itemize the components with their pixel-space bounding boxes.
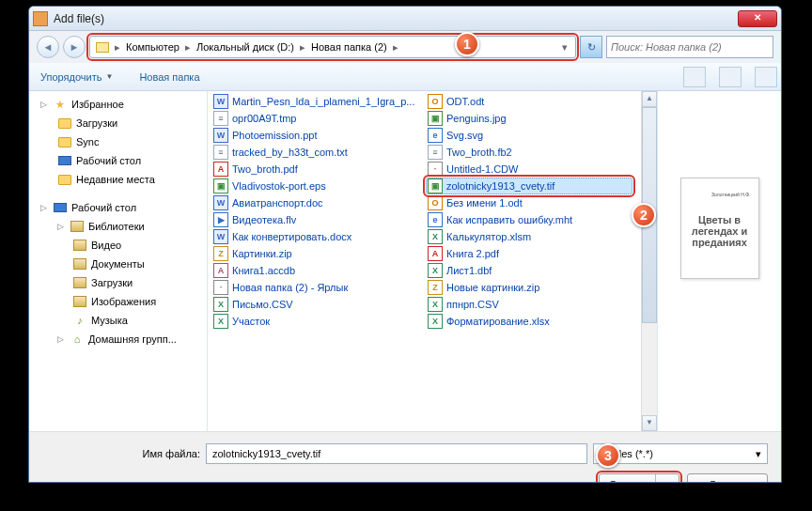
file-item[interactable]: ▶Видеотека.flv (211, 211, 418, 228)
nav-sync[interactable]: Sync (29, 132, 207, 151)
nav-downloads[interactable]: Загрузки (29, 114, 207, 132)
breadcrumb-seg[interactable]: Новая папка (2) (307, 41, 391, 53)
preview-pane-button[interactable] (719, 67, 742, 87)
file-name: Форматирование.xlsx (446, 316, 550, 327)
file-item[interactable]: XКалькулятор.xlsm (426, 228, 632, 245)
back-button[interactable]: ◄ (37, 36, 59, 58)
chevron-down-icon: ▼ (105, 72, 113, 81)
file-item[interactable]: WКак конвертировать.docx (211, 228, 418, 245)
address-bar[interactable]: ▸ Компьютер▸ Локальный диск (D:)▸ Новая … (89, 36, 576, 58)
file-column: OODT.odt▣Penguins.jpgeSvg.svg≡Two_broth.… (422, 91, 636, 431)
annotation-1: 1 (455, 32, 479, 56)
file-item[interactable]: AКнига 2.pdf (426, 245, 632, 262)
folder-icon (72, 275, 87, 290)
file-item[interactable]: WMartin_Pesn_lda_i_plameni_1_Igra_p... (211, 93, 418, 110)
file-item[interactable]: ≡tracked_by_h33t_com.txt (211, 144, 418, 161)
open-button[interactable]: Открыть▼ (599, 473, 679, 483)
file-icon: W (213, 195, 228, 210)
preview-pane: Золотницкий Н.Ф. Цветы в легендах и пред… (657, 91, 781, 431)
chevron-down-icon: ▼ (655, 474, 669, 483)
file-item[interactable]: ·Untitled-1.CDW (426, 161, 632, 178)
file-item[interactable]: WPhotoemission.ppt (211, 127, 418, 144)
nav-documents[interactable]: Документы (29, 255, 207, 273)
file-name: tracked_by_h33t_com.txt (232, 147, 348, 158)
file-icon: W (213, 229, 228, 244)
breadcrumb-seg[interactable]: Компьютер (122, 41, 183, 53)
nav-music[interactable]: ♪Музыка (29, 311, 207, 330)
nav-downloads2[interactable]: Загрузки (29, 273, 207, 292)
nav-video[interactable]: Видео (29, 236, 207, 255)
file-icon: e (428, 128, 443, 143)
file-item[interactable]: ▣zolotnicky1913_cvety.tif (426, 178, 632, 194)
file-item[interactable]: XУчасток (211, 313, 418, 330)
file-item[interactable]: eSvg.svg (426, 127, 632, 144)
file-name: Книга 2.pdf (446, 248, 499, 259)
file-icon: e (428, 212, 443, 227)
file-item[interactable]: ZНовые картинки.zip (426, 279, 632, 296)
chevron-right-icon: ▸ (115, 41, 120, 54)
view-options-button[interactable] (683, 67, 706, 87)
help-button[interactable] (755, 67, 777, 87)
address-dropdown[interactable]: ▾ (556, 41, 573, 54)
filename-input[interactable] (206, 443, 587, 464)
refresh-button[interactable]: ↻ (580, 36, 602, 58)
file-item[interactable]: Xппнрп.CSV (426, 296, 632, 313)
file-icon: O (428, 195, 443, 210)
nav-recent[interactable]: Недавние места (29, 170, 207, 189)
file-name: Svg.svg (446, 130, 483, 141)
file-item[interactable]: eКак исправить ошибку.mht (426, 211, 632, 228)
nav-images[interactable]: Изображения (29, 292, 207, 311)
search-input[interactable] (606, 36, 773, 58)
file-name: opr00A9T.tmp (232, 113, 296, 124)
footer: Имя файла: All files (*.*)▾ Открыть▼ Отм… (29, 431, 781, 483)
file-item[interactable]: ▣Penguins.jpg (426, 110, 632, 127)
file-name: Калькулятор.xlsm (446, 231, 531, 242)
file-item[interactable]: ZКартинки.zip (211, 245, 418, 262)
scroll-up-button[interactable]: ▲ (642, 91, 657, 107)
file-item[interactable]: ≡opr00A9T.tmp (211, 110, 418, 127)
documents-icon (72, 256, 87, 271)
organize-button[interactable]: Упорядочить▼ (33, 68, 120, 86)
nav-favorites[interactable]: ▷★Избранное (29, 95, 207, 114)
images-icon (72, 294, 87, 309)
file-item[interactable]: AКнига1.accdb (211, 262, 418, 279)
file-name: ппнрп.CSV (446, 299, 499, 310)
nav-desktop[interactable]: Рабочий стол (29, 151, 207, 170)
chevron-right-icon: ▸ (185, 41, 191, 54)
file-name: Как конвертировать.docx (232, 231, 351, 242)
file-item[interactable]: ATwo_broth.pdf (211, 161, 418, 178)
file-icon: Z (428, 280, 443, 295)
file-list: WMartin_Pesn_lda_i_plameni_1_Igra_p...≡o… (208, 91, 641, 431)
forward-button[interactable]: ► (63, 36, 86, 58)
file-name: Лист1.dbf (446, 265, 492, 276)
file-icon: X (213, 314, 228, 329)
window-title: Add file(s) (54, 12, 738, 25)
file-item[interactable]: WАвиатранспорт.doc (211, 194, 418, 211)
file-item[interactable]: XПисьмо.CSV (211, 296, 418, 313)
file-item[interactable]: ≡Two_broth.fb2 (426, 144, 632, 161)
nav-homegroup[interactable]: ▷⌂Домашняя групп... (29, 330, 207, 348)
breadcrumb-seg[interactable]: Локальный диск (D:) (193, 41, 298, 53)
file-item[interactable]: OБез имени 1.odt (426, 194, 632, 211)
file-icon: X (428, 314, 443, 329)
close-button[interactable]: ✕ (738, 10, 777, 27)
scrollbar[interactable]: ▲ ▼ (641, 91, 657, 431)
app-icon (33, 11, 48, 26)
file-name: Новые картинки.zip (446, 282, 539, 293)
file-item[interactable]: OODT.odt (426, 93, 632, 110)
file-item[interactable]: ·Новая папка (2) - Ярлык (211, 279, 418, 296)
nav-desktop-root[interactable]: ▷Рабочий стол (29, 198, 207, 217)
file-icon: ≡ (428, 145, 443, 160)
file-item[interactable]: XЛист1.dbf (426, 262, 632, 279)
file-icon: X (213, 297, 228, 312)
file-item[interactable]: XФорматирование.xlsx (426, 313, 632, 330)
scroll-down-button[interactable]: ▼ (642, 415, 657, 431)
file-column: WMartin_Pesn_lda_i_plameni_1_Igra_p...≡o… (208, 91, 422, 431)
cancel-button[interactable]: Отмена (687, 473, 768, 483)
chevron-right-icon: ▸ (393, 41, 398, 54)
file-item[interactable]: ▣Vladivostok-port.eps (211, 178, 418, 194)
file-icon: X (428, 229, 443, 244)
new-folder-button[interactable]: Новая папка (132, 68, 207, 86)
body: ▷★Избранное Загрузки Sync Рабочий стол Н… (29, 91, 781, 431)
nav-libraries[interactable]: ▷Библиотеки (29, 217, 207, 236)
